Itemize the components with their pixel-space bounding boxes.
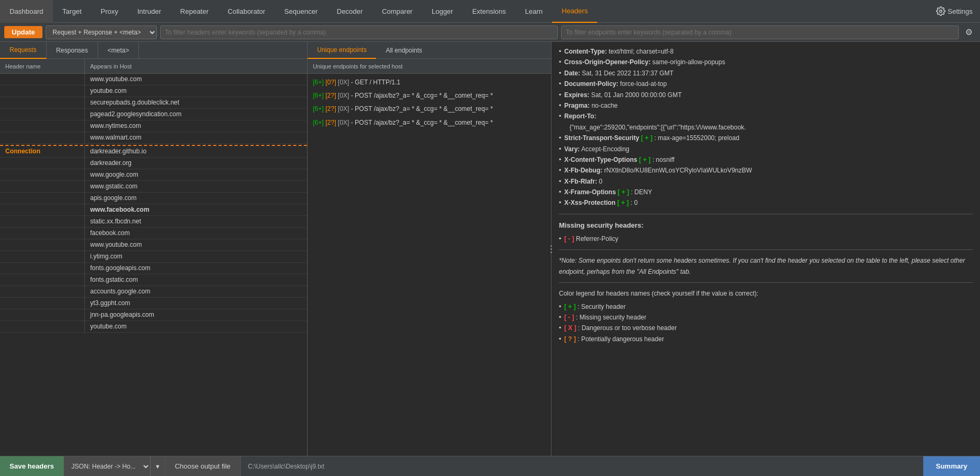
table-row[interactable]: ‍ yt3.ggpht.com [0,298,307,309]
header-line: X-Fb-Rlafr: 0 [559,176,973,187]
format-dropdown-button[interactable]: ▼ [150,456,165,477]
list-item[interactable]: [6+] [2?] [0X] - POST /ajax/bz?_a= * &_c… [308,116,551,129]
update-button[interactable]: Update [4,26,42,38]
nav-collaborator[interactable]: Collaborator [218,0,275,23]
scope-select[interactable]: Request + Response + <meta> [46,25,157,39]
header-val: 0 [599,178,602,185]
tab-requests[interactable]: Requests [0,42,47,59]
header-line: Expires: Sat, 01 Jan 2000 00:00:00 GMT [559,90,973,100]
table-header: Header name Appears in Host [0,59,307,74]
resize-handle[interactable] [549,238,553,259]
nav-comparer[interactable]: Comparer [372,0,422,23]
col-header-host: Appears in Host [85,59,307,73]
cell-name: ‍ [0,74,85,85]
header-val: : 0 [631,199,637,206]
table-row[interactable]: Connection darkreader.github.io [0,146,307,158]
list-item[interactable]: [6+] [0?] [0X] - GET / HTTP/1.1 [308,76,551,89]
header-line: Content-Type: text/html; charset=utf-8 [559,46,973,57]
save-headers-button[interactable]: Save headers [0,456,64,477]
table-row[interactable]: ‍ accounts.google.com [0,286,307,298]
toolbar-gear-icon[interactable]: ⚙ [962,27,976,37]
cell-host: yt3.ggpht.com [85,298,307,309]
table-row[interactable]: ‍ i.ytimg.com [0,251,307,263]
top-nav: Dashboard Target Proxy Intruder Repeater… [0,0,980,23]
tab-meta[interactable]: <meta> [98,42,139,59]
section-divider-2 [559,249,973,250]
table-row[interactable]: ‍ fonts.gstatic.com [0,274,307,286]
filter-endpoints-input[interactable] [561,25,959,39]
legend-x-text: : Dangerous or too verbose header [578,324,677,332]
table-row[interactable]: ‍ youtube.com [0,321,307,333]
x-icon: [ X ] [564,324,576,332]
list-item[interactable]: [6+] [2?] [0X] - POST /ajax/bz?_a= * &_c… [308,102,551,116]
header-val: Sat, 01 Jan 2000 00:00:00 GMT [591,91,682,99]
cell-host: www.facebook.com [85,204,307,215]
cell-host: darkreader.github.io [85,146,307,157]
cell-name: ‍ [0,204,85,215]
nav-target[interactable]: Target [53,0,91,23]
header-key: Vary: [564,145,580,153]
format-select[interactable]: JSON: Header -> Ho... [64,456,150,477]
nav-extensions[interactable]: Extensions [462,0,515,23]
choose-output-file-button[interactable]: Choose output file [165,456,241,477]
header-line: Date: Sat, 31 Dec 2022 11:37:37 GMT [559,68,973,79]
cell-host: static.xx.fbcdn.net [85,216,307,227]
cell-name: ‍ [0,274,85,285]
table-row[interactable]: ‍ www.youtube.com [0,239,307,251]
legend-item-minus: [ - ] : Missing security header [559,312,973,323]
nav-logger[interactable]: Logger [422,0,462,23]
table-row[interactable]: ‍ www.walmart.com [0,132,307,144]
cell-host: youtube.com [85,321,307,332]
settings-label: Settings [948,7,973,15]
header-key: Cross-Origin-Opener-Policy: [564,58,651,66]
table-row[interactable]: ‍ www.google.com [0,169,307,181]
cell-name: ‍ [0,321,85,332]
missing-header-label: Referrer-Policy [576,235,618,243]
cell-name: ‍ [0,298,85,309]
table-row[interactable]: ‍ static.xx.fbcdn.net [0,216,307,228]
header-val: Accept-Encoding [581,145,629,153]
table-row[interactable]: ‍ jnn-pa.googleapis.com [0,309,307,321]
header-key: X-Frame-Options [564,188,616,196]
nav-intruder[interactable]: Intruder [128,0,171,23]
table-row[interactable]: ‍ youtube.com [0,85,307,97]
table-row[interactable]: ‍ facebook.com [0,228,307,239]
table-row[interactable]: ‍ www.facebook.com [0,204,307,216]
table-row[interactable]: ‍ fonts.googleapis.com [0,263,307,274]
badge-question: [0?] [326,79,336,86]
nav-headers[interactable]: Headers [552,0,597,23]
cell-name: ‍ [0,263,85,274]
cell-name: ‍ [0,85,85,97]
col-header-name: Header name [0,59,85,73]
table-row[interactable]: ‍ www.youtube.com [0,74,307,85]
list-item[interactable]: [6+] [2?] [0X] - POST /ajax/bz?_a= * &_c… [308,89,551,102]
cell-name: ‍ [0,228,85,239]
table-row[interactable]: ‍ darkreader.org [0,158,307,169]
header-val: same-origin-allow-popups [652,58,725,66]
tab-responses[interactable]: Responses [47,42,98,59]
filter-headers-input[interactable] [160,25,558,39]
tab-all-endpoints[interactable]: All endpoints [376,42,432,59]
nav-dashboard[interactable]: Dashboard [0,0,53,23]
table-row[interactable]: ‍ apis.google.com [0,193,307,204]
badge-question: [2?] [326,92,336,99]
tab-unique-endpoints[interactable]: Unique endpoints [308,42,376,59]
table-row[interactable]: ‍ securepubads.g.doubleclick.net [0,97,307,109]
table-row[interactable]: ‍ www.gstatic.com [0,181,307,193]
header-key: X-Fb-Debug: [564,167,602,174]
nav-learn[interactable]: Learn [515,0,552,23]
cell-name: ‍ [0,169,85,180]
plus-badge: [ + ] [617,199,629,206]
table-row[interactable]: ‍ www.nytimes.com [0,120,307,132]
file-path-display: C:\Users\allc\Desktop\j9.txt [241,456,923,477]
settings-button[interactable]: Settings [929,0,980,23]
summary-button[interactable]: Summary [923,456,980,477]
badge-plus: [6+] [313,79,323,86]
nav-repeater[interactable]: Repeater [171,0,218,23]
endpoint-method: - POST /ajax/bz?_a= * &_ccg= * &__comet_… [351,92,493,99]
header-line: Cross-Origin-Opener-Policy: same-origin-… [559,57,973,67]
nav-proxy[interactable]: Proxy [91,0,128,23]
nav-sequencer[interactable]: Sequencer [275,0,327,23]
nav-decoder[interactable]: Decoder [327,0,372,23]
table-row[interactable]: ‍ pagead2.googlesyndication.com [0,109,307,120]
